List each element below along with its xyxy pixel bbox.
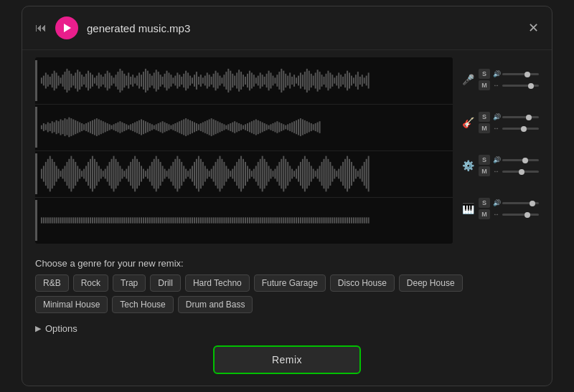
options-row[interactable]: ▶ Options <box>22 319 552 338</box>
solo-button-2[interactable]: S <box>479 112 490 122</box>
volume-slider-3[interactable] <box>502 159 539 161</box>
genre-tag[interactable]: Drill <box>150 274 181 292</box>
sliders-3: 🔊 ↔ <box>493 156 539 175</box>
volume-icon-3: 🔊 <box>493 156 500 163</box>
waveform-area <box>35 57 453 244</box>
sm-buttons-3: S M <box>479 155 490 176</box>
volume-icon-1: 🔊 <box>493 70 500 77</box>
genre-tag[interactable]: Disco House <box>330 274 395 292</box>
volume-slider-2[interactable] <box>502 116 539 118</box>
pan-slider-1[interactable] <box>502 85 539 87</box>
sliders-1: 🔊 ↔ <box>493 70 539 89</box>
channel-strip-4: 🎹 S M 🔊 ↔ <box>460 191 539 226</box>
genre-tags: R&BRockTrapDrillHard TechnoFuture Garage… <box>35 274 539 313</box>
genre-tag[interactable]: Future Garage <box>254 274 326 292</box>
sm-buttons-1: S M <box>479 69 490 90</box>
pan-slider-row-3: ↔ <box>493 168 539 175</box>
mic-icon: 🎤 <box>460 72 476 87</box>
mixer-controls: 🎤 S M 🔊 ↔ <box>460 57 539 244</box>
pan-slider-3[interactable] <box>502 171 539 173</box>
volume-slider-row-2: 🔊 <box>493 113 539 120</box>
genre-prompt: Choose a genre for your new remix: <box>35 258 539 269</box>
pan-slider-row-4: ↔ <box>493 211 539 218</box>
mute-button-2[interactable]: M <box>479 123 490 133</box>
options-arrow-icon: ▶ <box>35 324 41 333</box>
play-button[interactable] <box>55 16 78 39</box>
mute-button-3[interactable]: M <box>479 166 490 176</box>
sliders-2: 🔊 ↔ <box>493 113 539 132</box>
solo-button-1[interactable]: S <box>479 69 490 79</box>
genre-tag[interactable]: Rock <box>73 274 108 292</box>
options-label: Options <box>45 323 77 334</box>
sm-buttons-2: S M <box>479 112 490 133</box>
genre-tag[interactable]: Drum and Bass <box>178 296 253 313</box>
skip-back-icon[interactable]: ⏮ <box>35 21 47 34</box>
pan-slider-2[interactable] <box>502 128 539 130</box>
genre-tag[interactable]: Minimal House <box>35 296 108 313</box>
genre-tag[interactable]: R&B <box>35 274 69 292</box>
remix-dialog: ⏮ generated music.mp3 ✕ 🎤 S M 🔊 <box>22 6 552 386</box>
guitar-icon: 🎸 <box>460 115 476 130</box>
bottom-bar: Remix <box>22 338 552 386</box>
sm-buttons-4: S M <box>479 198 490 219</box>
pan-slider-row-2: ↔ <box>493 125 539 132</box>
volume-slider-row-4: 🔊 <box>493 199 539 206</box>
genre-tag[interactable]: Trap <box>113 274 146 292</box>
mute-button-4[interactable]: M <box>479 209 490 219</box>
genre-tag[interactable]: Deep House <box>399 274 463 292</box>
volume-slider-1[interactable] <box>502 73 539 75</box>
file-title: generated music.mp3 <box>87 22 519 34</box>
volume-slider-4[interactable] <box>502 202 539 204</box>
drums-icon: ⚙️ <box>460 158 476 173</box>
keys-icon: 🎹 <box>460 201 476 216</box>
genre-tag[interactable]: Hard Techno <box>185 274 250 292</box>
solo-button-3[interactable]: S <box>479 155 490 165</box>
volume-icon-4: 🔊 <box>493 199 500 206</box>
pan-slider-row-1: ↔ <box>493 82 539 89</box>
volume-slider-row-1: 🔊 <box>493 70 539 77</box>
pan-icon-4: ↔ <box>493 211 500 218</box>
genre-tag[interactable]: Tech House <box>112 296 173 313</box>
close-button[interactable]: ✕ <box>528 21 539 34</box>
sliders-4: 🔊 ↔ <box>493 199 539 218</box>
pan-icon-2: ↔ <box>493 125 500 132</box>
pan-icon-3: ↔ <box>493 168 500 175</box>
main-content: 🎤 S M 🔊 ↔ <box>22 50 552 251</box>
channel-strip-1: 🎤 S M 🔊 ↔ <box>460 62 539 97</box>
pan-slider-4[interactable] <box>502 214 539 216</box>
remix-button[interactable]: Remix <box>213 345 361 374</box>
solo-button-4[interactable]: S <box>479 198 490 208</box>
mute-button-1[interactable]: M <box>479 80 490 90</box>
genre-section: Choose a genre for your new remix: R&BRo… <box>22 251 552 319</box>
volume-slider-row-3: 🔊 <box>493 156 539 163</box>
channel-strip-2: 🎸 S M 🔊 ↔ <box>460 105 539 140</box>
channel-strip-3: ⚙️ S M 🔊 ↔ <box>460 148 539 183</box>
title-bar: ⏮ generated music.mp3 ✕ <box>22 6 552 50</box>
pan-icon-1: ↔ <box>493 82 500 89</box>
volume-icon-2: 🔊 <box>493 113 500 120</box>
